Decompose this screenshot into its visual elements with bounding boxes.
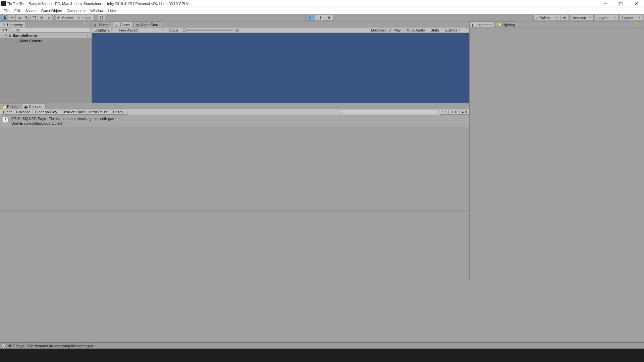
tab-project[interactable]: 📁Project: [0, 103, 21, 109]
lock-icon[interactable]: 🔒: [83, 22, 87, 26]
menu-assets[interactable]: Assets: [23, 8, 39, 13]
lock-icon[interactable]: 🔒: [635, 22, 639, 26]
svg-point-15: [58, 17, 59, 18]
menu-component[interactable]: Component: [64, 8, 88, 13]
clear-on-build-toggle[interactable]: Clear on Build: [59, 110, 87, 115]
inspector-panel: ℹInspector 💡Lighting 🔒⋮: [470, 21, 644, 103]
main-toolbar: Center Local ✔Collab▼ Account▼ Layers▼ L…: [0, 14, 644, 21]
panel-menu-icon[interactable]: ⋮: [465, 22, 469, 26]
log-stack: UnityEngine.Debug:Log(Object): [11, 121, 116, 126]
step-button[interactable]: [324, 15, 333, 21]
layers-dropdown[interactable]: Layers▼: [595, 15, 619, 21]
menu-window[interactable]: Window: [88, 8, 106, 13]
custom-tool[interactable]: [45, 15, 52, 21]
info-icon: !: [442, 110, 443, 114]
console-tab-label: Console: [29, 105, 42, 109]
inspector-lower-area: [470, 103, 644, 281]
error-pause-toggle[interactable]: Error Pause: [87, 110, 111, 115]
warning-icon: ⚠: [451, 110, 454, 114]
rotate-tool[interactable]: [15, 15, 23, 21]
error-count: 0: [465, 110, 467, 114]
svg-rect-18: [100, 18, 101, 19]
pivot-center-toggle[interactable]: Center: [56, 15, 76, 21]
svg-point-9: [33, 18, 33, 19]
scale-slider[interactable]: [183, 29, 233, 31]
search-icon: ⌕: [12, 28, 14, 32]
menu-help[interactable]: Help: [106, 8, 118, 13]
svg-point-8: [35, 16, 36, 17]
rect-tool[interactable]: [30, 15, 38, 21]
hierarchy-search-input[interactable]: ⌕ All: [10, 28, 91, 33]
game-view[interactable]: [92, 33, 469, 103]
handle-label: Local: [80, 16, 93, 20]
info-icon: !: [2, 344, 6, 348]
transform-tool[interactable]: [38, 15, 45, 21]
svg-rect-1: [620, 2, 622, 5]
tab-scene[interactable]: #Scene: [92, 21, 112, 27]
tab-game[interactable]: ▷Game: [113, 21, 133, 27]
stats-toggle[interactable]: Stats: [428, 28, 442, 33]
search-icon: ⌕: [340, 110, 342, 114]
hand-tool[interactable]: [1, 15, 8, 21]
scene-row[interactable]: ▼ ◈ SampleScene ⋮: [0, 33, 92, 38]
aspect-dropdown[interactable]: Free Aspect▼: [116, 28, 166, 33]
mute-audio-toggle[interactable]: Mute Audio: [404, 28, 428, 33]
layout-dropdown[interactable]: Layout▼: [620, 15, 643, 21]
info-count: 1: [444, 110, 446, 114]
panel-menu-icon[interactable]: ⋮: [88, 22, 91, 26]
move-tool[interactable]: [8, 15, 15, 21]
account-dropdown[interactable]: Account▼: [570, 15, 594, 21]
scale-tool[interactable]: [23, 15, 30, 21]
clear-button[interactable]: Clear: [1, 110, 14, 115]
window-minimize-button[interactable]: [598, 0, 613, 7]
transform-tool-group: [1, 15, 52, 21]
window-close-button[interactable]: [629, 0, 644, 7]
hierarchy-tree[interactable]: ▼ ◈ SampleScene ⋮ ▢ Main Camera: [0, 33, 92, 103]
foldout-icon[interactable]: ▼: [5, 34, 7, 37]
panel-menu-icon[interactable]: ⋮: [463, 28, 469, 33]
menu-edit[interactable]: Edit: [12, 8, 23, 13]
display-dropdown[interactable]: Display 1 ▼: [92, 28, 116, 33]
scene-menu-icon[interactable]: ⋮: [86, 34, 92, 38]
slider-knob[interactable]: [183, 28, 186, 32]
log-entry[interactable]: ! [06:54:56] NPC Says : The demons are a…: [0, 115, 469, 127]
tab-inspector[interactable]: ℹInspector: [470, 21, 495, 27]
tab-asset-store[interactable]: 🛍Asset Store: [133, 21, 162, 27]
gizmos-dropdown[interactable]: Gizmos ▼: [442, 28, 463, 33]
panel-menu-icon[interactable]: ⋮: [465, 104, 469, 108]
error-count-toggle[interactable]: ●0: [459, 110, 469, 115]
cloud-button[interactable]: [561, 15, 569, 21]
clear-on-play-toggle[interactable]: Clear on Play: [33, 110, 59, 115]
console-log-list[interactable]: ! [06:54:56] NPC Says : The demons are a…: [0, 115, 469, 210]
menu-gameobject[interactable]: GameObject: [39, 8, 64, 13]
handle-local-toggle[interactable]: Local: [76, 15, 95, 21]
collab-dropdown[interactable]: ✔Collab▼: [533, 15, 560, 21]
tab-hierarchy[interactable]: Hierarchy: [0, 21, 26, 27]
log-message: [06:54:56] NPC Says : The demons are att…: [11, 116, 116, 121]
editor-dropdown[interactable]: Editor ▼: [111, 110, 127, 115]
svg-point-10: [35, 18, 36, 19]
collapse-toggle[interactable]: Collapse: [14, 110, 33, 115]
svg-rect-20: [319, 16, 319, 19]
maximize-on-play-toggle[interactable]: Maximize On Play: [368, 28, 404, 33]
inspector-body: [470, 27, 644, 103]
snap-toggle[interactable]: [98, 15, 105, 21]
info-count-toggle[interactable]: !1: [440, 110, 448, 115]
center-panel: #Scene ▷Game 🛍Asset Store ⋮ Display 1 ▼ …: [92, 21, 470, 103]
window-maximize-button[interactable]: [613, 0, 629, 7]
warn-count-toggle[interactable]: ⚠0: [448, 110, 459, 115]
panel-menu-icon[interactable]: ⋮: [640, 22, 643, 26]
gameobject-row[interactable]: ▢ Main Camera: [0, 38, 92, 44]
console-panel: 📁Project ▣Console ⋮ Clear Collapse Clear…: [0, 103, 470, 281]
inspector-icon: ℹ: [472, 23, 475, 26]
tab-lighting[interactable]: 💡Lighting: [495, 21, 518, 27]
console-detail-pane: [0, 210, 469, 281]
menu-file[interactable]: File: [1, 8, 12, 13]
scene-tab-icon: #: [94, 23, 98, 26]
play-button[interactable]: [305, 15, 315, 21]
create-dropdown[interactable]: + ▾: [1, 28, 9, 32]
tab-console[interactable]: ▣Console: [22, 103, 45, 109]
warn-count: 0: [455, 110, 457, 114]
console-search-input[interactable]: ⌕: [338, 110, 438, 114]
pause-button[interactable]: [315, 15, 324, 21]
